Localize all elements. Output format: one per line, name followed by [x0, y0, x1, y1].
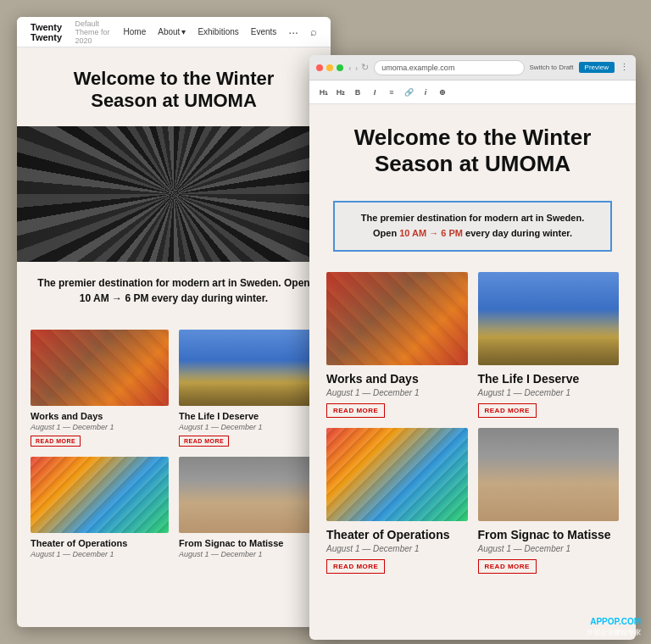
back-card-3-title: Theater of Operations — [31, 538, 169, 548]
watermark-line2: 外贸企业建站专家 — [587, 628, 641, 637]
back-card-1-date: August 1 — December 1 — [31, 423, 169, 431]
front-card-1-date: August 1 — December 1 — [326, 388, 468, 397]
browser-bar: ‹ › ↻ umoma.example.com Switch to Draft … — [309, 55, 636, 80]
back-card-2-title: The Life I Deserve — [179, 411, 317, 421]
maximize-button[interactable] — [337, 64, 343, 71]
highlight-time: 10 AM — [399, 228, 426, 238]
window-controls — [316, 64, 343, 71]
back-card-4-date: August 1 — December 1 — [179, 550, 317, 558]
back-card-4-title: From Signac to Matisse — [179, 538, 317, 548]
back-card-2-image — [179, 330, 317, 406]
front-card-4-readmore[interactable]: READ MORE — [478, 559, 537, 574]
front-card-4-date: August 1 — December 1 — [478, 544, 620, 553]
browser-nav-icons: ‹ › ↻ — [348, 62, 369, 73]
back-nav-left: Twenty Twenty Default Theme for 2020 — [31, 19, 124, 45]
back-card-1-image — [31, 330, 169, 406]
front-card-2-title: The Life I Deserve — [478, 372, 620, 386]
back-card-3: Theater of Operations August 1 — Decembe… — [31, 457, 169, 558]
front-card-2-date: August 1 — December 1 — [478, 388, 620, 397]
front-card-3-image — [326, 428, 468, 521]
site-name: Twenty Twenty — [31, 22, 70, 42]
front-card-3-readmore[interactable]: READ MORE — [326, 559, 385, 574]
front-card-1-readmore[interactable]: READ MORE — [326, 403, 385, 418]
back-window: Twenty Twenty Default Theme for 2020 Hom… — [17, 17, 331, 627]
back-hero-image — [17, 126, 331, 262]
back-card-3-date: August 1 — December 1 — [31, 550, 169, 558]
front-card-2: The Life I Deserve August 1 — December 1… — [478, 272, 620, 418]
minimize-button[interactable] — [326, 64, 333, 71]
editor-toolbar: H₁ H₂ B I ≡ 🔗 i ⊕ — [309, 80, 636, 104]
arrow-icon: → — [429, 228, 438, 238]
toolbar-align[interactable]: ≡ — [384, 85, 399, 100]
watermark: APPOP.COM 外贸企业建站专家 — [587, 616, 641, 637]
nav-home[interactable]: Home — [124, 27, 147, 36]
back-card-2-date: August 1 — December 1 — [179, 423, 317, 431]
back-nav-right: Home About ▾ Exhibitions Events ··· ⌕ — [124, 25, 317, 39]
front-card-2-image — [478, 272, 620, 365]
nav-about[interactable]: About ▾ — [158, 27, 186, 36]
back-icon[interactable]: ‹ — [348, 62, 352, 73]
settings-icon[interactable]: ⋮ — [620, 62, 629, 73]
front-hero-title: Welcome to the Winter Season at UMOMA — [333, 125, 612, 177]
front-card-2-readmore[interactable]: READ MORE — [478, 403, 537, 418]
back-card-3-image — [31, 457, 169, 533]
back-card-2: The Life I Deserve August 1 — December 1… — [179, 330, 317, 447]
back-subtitle: The premier destination for modern art i… — [17, 262, 331, 319]
toolbar-italic2[interactable]: i — [418, 85, 433, 100]
front-subtitle-box: The premier destination for modern art i… — [333, 201, 612, 251]
back-nav: Twenty Twenty Default Theme for 2020 Hom… — [17, 17, 331, 47]
forward-icon[interactable]: › — [355, 62, 359, 73]
browser-right-icons: Switch to Draft Preview ⋮ — [530, 62, 629, 73]
switch-draft-label[interactable]: Switch to Draft — [530, 64, 574, 71]
back-card-4-image — [179, 457, 317, 533]
back-cards-grid: Works and Days August 1 — December 1 REA… — [17, 319, 331, 569]
close-button[interactable] — [316, 64, 323, 71]
spiral-decoration — [17, 126, 331, 262]
url-bar[interactable]: umoma.example.com — [374, 60, 524, 75]
back-hero: Welcome to the Winter Season at UMOMA — [17, 47, 331, 126]
toolbar-more[interactable]: ⊕ — [435, 85, 450, 100]
front-card-3-date: August 1 — December 1 — [326, 544, 468, 553]
front-card-1-title: Works and Days — [326, 372, 468, 386]
toolbar-bold[interactable]: B — [350, 85, 365, 100]
front-card-4-title: From Signac to Matisse — [478, 528, 620, 541]
front-card-4-image — [478, 428, 620, 521]
more-icon[interactable]: ··· — [288, 25, 298, 39]
front-card-1: Works and Days August 1 — December 1 REA… — [326, 272, 468, 418]
back-card-2-readmore[interactable]: READ MORE — [179, 436, 229, 447]
nav-exhibitions[interactable]: Exhibitions — [198, 27, 238, 36]
toolbar-h1[interactable]: H₁ — [316, 85, 331, 100]
back-card-1: Works and Days August 1 — December 1 REA… — [31, 330, 169, 447]
front-card-3: Theater of Operations August 1 — Decembe… — [326, 428, 468, 574]
watermark-line1: APPOP.COM — [587, 616, 641, 628]
back-card-1-readmore[interactable]: READ MORE — [31, 436, 81, 447]
front-window: ‹ › ↻ umoma.example.com Switch to Draft … — [309, 55, 636, 640]
front-hero: Welcome to the Winter Season at UMOMA — [309, 104, 636, 191]
toolbar-h2[interactable]: H₂ — [333, 85, 348, 100]
front-card-3-title: Theater of Operations — [326, 528, 468, 541]
front-content: Welcome to the Winter Season at UMOMA Th… — [309, 104, 636, 640]
toolbar-italic[interactable]: I — [367, 85, 382, 100]
back-card-1-title: Works and Days — [31, 411, 169, 421]
front-cards-grid: Works and Days August 1 — December 1 REA… — [309, 262, 636, 584]
back-card-4: From Signac to Matisse August 1 — Decemb… — [179, 457, 317, 558]
site-tagline: Default Theme for 2020 — [75, 19, 124, 45]
highlight-end-time: 6 PM — [441, 228, 463, 238]
front-card-1-image — [326, 272, 468, 365]
preview-button[interactable]: Preview — [579, 62, 615, 73]
toolbar-link[interactable]: 🔗 — [401, 85, 416, 100]
back-hero-title: Welcome to the Winter Season at UMOMA — [42, 68, 305, 113]
front-card-4: From Signac to Matisse August 1 — Decemb… — [478, 428, 620, 574]
nav-events[interactable]: Events — [251, 27, 277, 36]
reload-icon[interactable]: ↻ — [361, 62, 369, 73]
search-icon[interactable]: ⌕ — [310, 25, 317, 38]
